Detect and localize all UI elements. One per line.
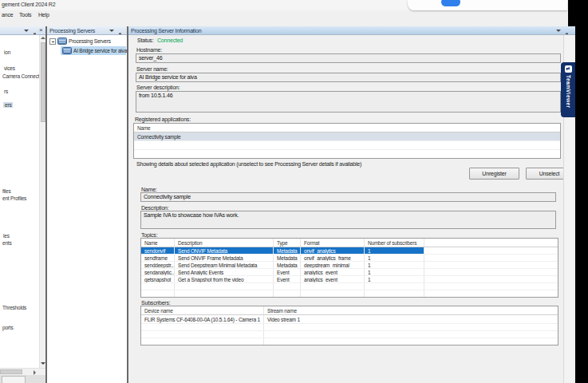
table-cell: 1 — [365, 247, 424, 254]
details-note: Showing details about selected applicati… — [136, 161, 361, 167]
sidebar-item[interactable]: ent Profiles — [2, 195, 26, 201]
table-cell: deepstream_minimal — [301, 262, 365, 268]
server-name-label: Server name: — [136, 66, 168, 72]
column-header[interactable]: Description — [175, 239, 274, 247]
unregister-button[interactable]: Unregister — [469, 168, 519, 180]
subscribers-table: Device name Stream name FLIR Systems CF-… — [140, 306, 558, 345]
column-header[interactable]: Number of subscribers — [365, 239, 424, 247]
sidebar-item[interactable]: files — [2, 188, 11, 194]
app-window: gement Client 2024 R2 ance Tools Help × … — [0, 0, 588, 383]
panel-tab-strip — [0, 375, 45, 383]
table-row[interactable]: FLIR Systems CF-6408-00-0A (10.5.1.64) -… — [141, 315, 558, 324]
table-cell — [141, 331, 264, 338]
table-row[interactable]: sendanalytic... Send Analytic Events Eve… — [141, 269, 558, 276]
topics-table: Name Description Type Format Number of s… — [140, 238, 558, 298]
hostname-field[interactable]: server_46 — [136, 53, 561, 63]
teamviewer-tab[interactable]: TeamViewer — [561, 62, 575, 117]
sidebar-item[interactable]: rs — [4, 89, 8, 94]
column-header[interactable]: Type — [274, 239, 301, 247]
pin-icon[interactable] — [564, 28, 570, 36]
table-row-empty — [141, 290, 558, 298]
app-description-label: Description: — [141, 205, 169, 211]
table-cell: sendframe — [141, 255, 175, 261]
pin-icon[interactable] — [32, 28, 37, 36]
table-row-empty — [141, 331, 558, 338]
table-row-empty — [141, 324, 558, 331]
table-cell — [424, 247, 558, 254]
server-description-label: Server description: — [136, 85, 180, 90]
column-header[interactable]: Device name — [141, 306, 264, 314]
vertical-scrollbar[interactable] — [39, 35, 45, 368]
registered-applications-label: Registered applications: — [135, 116, 191, 122]
table-row-selected[interactable]: sendonvif Send ONVIF Metadata Metadata o… — [141, 247, 558, 255]
table-cell: senddeepstr... — [141, 262, 175, 268]
table-cell: Video stream 1 — [264, 315, 558, 323]
panel-title: Processing Servers — [49, 28, 95, 34]
pin-icon[interactable] — [117, 28, 123, 36]
column-header[interactable]: Format — [301, 239, 365, 247]
chevron-down-icon[interactable] — [556, 30, 561, 32]
sidebar-item[interactable]: ents — [2, 240, 12, 246]
column-header[interactable]: Name — [141, 239, 175, 247]
app-name-field[interactable]: Connectivity sample — [140, 192, 556, 202]
column-header[interactable]: Name — [134, 124, 560, 132]
scrollbar-thumb[interactable] — [0, 369, 22, 374]
sidebar-item[interactable]: ports — [2, 325, 13, 330]
server-name-field[interactable]: AI Bridge service for aiva — [136, 73, 561, 82]
registered-applications-table: Name Connectivity sample — [133, 123, 561, 159]
overlay-pill-button[interactable] — [441, 0, 460, 6]
hostname-label: Hostname: — [136, 47, 162, 53]
table-cell — [141, 290, 175, 297]
column-header[interactable]: Stream name — [264, 306, 558, 314]
status-label: Status: — [137, 38, 153, 43]
sidebar-item[interactable]: Thresholds — [2, 305, 26, 310]
table-cell — [141, 324, 264, 330]
tree-root-item[interactable]: Processing Servers — [69, 38, 111, 44]
table-cell: Metadata — [274, 255, 301, 261]
topics-label: Topics: — [141, 232, 157, 238]
chevron-down-icon[interactable] — [24, 30, 29, 32]
table-row[interactable]: sendframe Send ONVIF Frame Metadata Meta… — [141, 255, 558, 262]
menu-item[interactable]: Tools — [19, 12, 31, 18]
table-cell — [301, 290, 365, 297]
sidebar-item[interactable]: les — [3, 233, 10, 239]
sidebar-item[interactable]: ion — [4, 49, 10, 55]
status-badge: Connected — [157, 38, 183, 43]
table-cell — [424, 269, 558, 275]
menu-item[interactable]: Help — [38, 12, 49, 18]
table-cell: 1 — [365, 262, 424, 268]
teamviewer-logo-icon — [565, 65, 572, 73]
tree-collapse-icon[interactable] — [49, 38, 56, 45]
server-description-field[interactable]: from 10.5.1.46 — [136, 91, 561, 113]
table-cell — [134, 141, 560, 149]
subscribers-label: Subscribers: — [141, 300, 171, 306]
site-navigation-tree: ion vices Camera Connection rs ers files… — [0, 35, 45, 383]
servers-tree: Processing Servers AI Bridge service for… — [47, 35, 127, 383]
sidebar-item-selected[interactable]: ers — [3, 102, 13, 108]
table-cell — [424, 276, 558, 282]
tree-item-selected[interactable]: AI Bridge service for aiva — [61, 46, 126, 55]
table-row-empty — [141, 338, 558, 345]
table-cell — [365, 290, 424, 297]
scroll-right-icon[interactable] — [34, 370, 36, 375]
app-description-field[interactable]: Sample IVA to showcase how IVAs work. — [140, 211, 556, 229]
site-panel-header: × — [0, 26, 45, 35]
table-cell — [274, 283, 301, 290]
table-row[interactable]: getsnapshot Get a Snapshot from the vide… — [141, 276, 558, 283]
table-cell: Metadata — [274, 262, 301, 268]
table-cell: FLIR Systems CF-6408-00-0A (10.5.1.64) -… — [141, 315, 264, 323]
menu-item[interactable]: ance — [2, 12, 13, 18]
table-cell: Metadata — [274, 247, 301, 254]
info-panel-content: Status: Connected Hostname: server_46 Se… — [128, 35, 575, 383]
table-cell — [264, 324, 558, 330]
table-row[interactable]: senddeepstr... Send Deepstream Minimal M… — [141, 262, 558, 269]
horizontal-scrollbar[interactable] — [0, 368, 45, 375]
panel-tab[interactable] — [2, 376, 26, 383]
sidebar-item[interactable]: vices — [4, 65, 15, 71]
table-cell — [134, 150, 560, 158]
table-cell — [301, 283, 365, 290]
table-row-selected[interactable]: Connectivity sample — [134, 132, 560, 141]
chevron-down-icon[interactable] — [109, 30, 114, 32]
close-icon[interactable]: × — [39, 27, 42, 34]
table-cell — [365, 283, 424, 290]
